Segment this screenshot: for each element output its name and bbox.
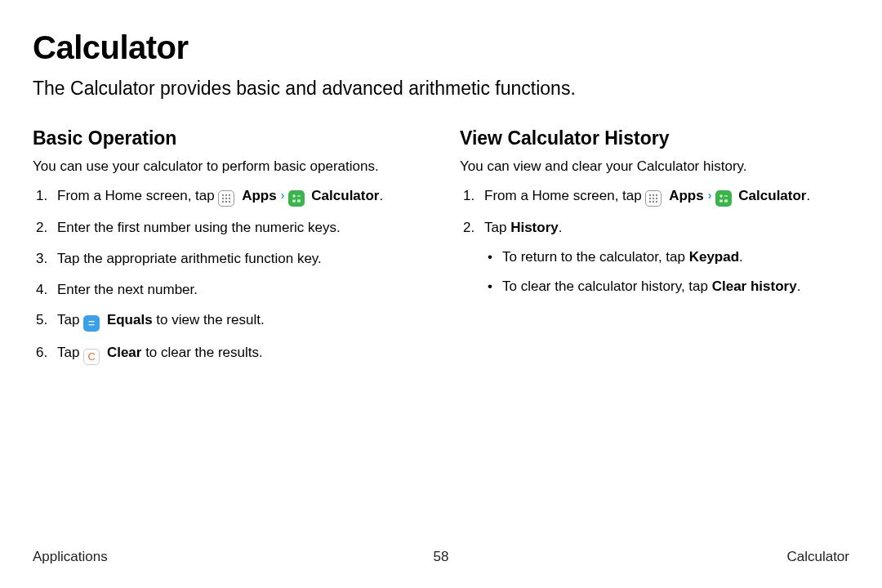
step-text-tail: . bbox=[559, 220, 563, 235]
basic-operation-desc: You can use your calculator to perform b… bbox=[33, 158, 422, 176]
page-footer: Applications 58 Calculator bbox=[33, 549, 849, 565]
clear-history-label: Clear history bbox=[712, 278, 797, 294]
svg-point-3 bbox=[222, 198, 224, 199]
apps-icon bbox=[218, 190, 234, 207]
step-3: Tap the appropriate arithmetic function … bbox=[33, 249, 422, 269]
page-number: 58 bbox=[434, 549, 449, 565]
apps-icon bbox=[645, 190, 662, 207]
svg-point-23 bbox=[649, 201, 651, 203]
keypad-label: Keypad bbox=[689, 249, 739, 265]
equals-label: Equals bbox=[107, 312, 153, 327]
step-text: From a Home screen, tap bbox=[484, 188, 645, 203]
svg-point-24 bbox=[653, 201, 654, 203]
step-1: From a Home screen, tap Apps › Calculato… bbox=[33, 186, 422, 207]
chevron-right-icon: › bbox=[707, 188, 715, 202]
content-columns: Basic Operation You can use your calcula… bbox=[33, 127, 849, 376]
bullet-clear-history: To clear the calculator history, tap Cle… bbox=[484, 277, 849, 296]
svg-point-18 bbox=[653, 194, 654, 196]
svg-point-20 bbox=[649, 198, 651, 199]
bullet-keypad: To return to the calculator, tap Keypad. bbox=[484, 247, 849, 267]
step-text: Tap bbox=[484, 220, 510, 235]
period: . bbox=[806, 188, 810, 203]
step-2: Tap History. To return to the calculator… bbox=[460, 218, 849, 296]
svg-point-17 bbox=[649, 194, 651, 196]
step-text-tail: to view the result. bbox=[153, 312, 265, 327]
bullet-text: To clear the calculator history, tap bbox=[502, 278, 712, 294]
step-4: Enter the next number. bbox=[33, 280, 422, 300]
svg-point-4 bbox=[225, 198, 227, 199]
svg-point-7 bbox=[225, 201, 227, 203]
svg-point-5 bbox=[229, 198, 230, 199]
history-label: History bbox=[510, 220, 559, 235]
footer-left: Applications bbox=[33, 549, 108, 565]
step-2: Enter the first number using the numeric… bbox=[33, 218, 422, 238]
step-1: From a Home screen, tap Apps › Calculato… bbox=[460, 186, 849, 207]
step-text: From a Home screen, tap bbox=[57, 188, 218, 203]
apps-label: Apps bbox=[242, 188, 277, 203]
svg-point-25 bbox=[656, 201, 657, 203]
step-6: Tap C Clear to clear the results. bbox=[33, 343, 422, 365]
svg-point-8 bbox=[229, 201, 230, 203]
svg-point-1 bbox=[225, 194, 227, 196]
apps-label: Apps bbox=[669, 188, 704, 203]
bullet-text: To return to the calculator, tap bbox=[502, 249, 689, 265]
sub-bullets: To return to the calculator, tap Keypad.… bbox=[484, 247, 849, 296]
calculator-label: Calculator bbox=[311, 188, 379, 203]
basic-operation-steps: From a Home screen, tap Apps › Calculato… bbox=[33, 186, 422, 365]
view-history-desc: You can view and clear your Calculator h… bbox=[460, 158, 849, 176]
right-column: View Calculator History You can view and… bbox=[460, 127, 849, 376]
svg-point-21 bbox=[653, 198, 654, 199]
step-text: Tap bbox=[57, 312, 83, 327]
left-column: Basic Operation You can use your calcula… bbox=[33, 127, 422, 376]
calculator-icon bbox=[288, 190, 305, 207]
view-history-heading: View Calculator History bbox=[460, 127, 849, 149]
calculator-label: Calculator bbox=[738, 188, 806, 203]
svg-point-22 bbox=[656, 198, 657, 199]
bullet-text-tail: . bbox=[739, 249, 743, 265]
view-history-steps: From a Home screen, tap Apps › Calculato… bbox=[460, 186, 849, 296]
svg-point-6 bbox=[222, 201, 224, 203]
step-5: Tap = Equals to view the result. bbox=[33, 310, 422, 332]
footer-right: Calculator bbox=[786, 549, 849, 565]
svg-point-2 bbox=[229, 194, 230, 196]
calculator-icon bbox=[715, 190, 732, 207]
period: . bbox=[379, 188, 383, 203]
page-intro: The Calculator provides basic and advanc… bbox=[33, 78, 849, 100]
basic-operation-heading: Basic Operation bbox=[33, 127, 422, 149]
chevron-right-icon: › bbox=[280, 188, 287, 202]
step-text-tail: to clear the results. bbox=[141, 345, 262, 360]
equals-icon: = bbox=[83, 315, 100, 332]
bullet-text-tail: . bbox=[797, 278, 801, 294]
step-text: Tap bbox=[57, 345, 83, 360]
page-title: Calculator bbox=[33, 29, 849, 66]
clear-label: Clear bbox=[107, 345, 142, 360]
svg-point-19 bbox=[656, 194, 657, 196]
clear-icon: C bbox=[83, 349, 100, 365]
svg-point-0 bbox=[222, 194, 224, 196]
